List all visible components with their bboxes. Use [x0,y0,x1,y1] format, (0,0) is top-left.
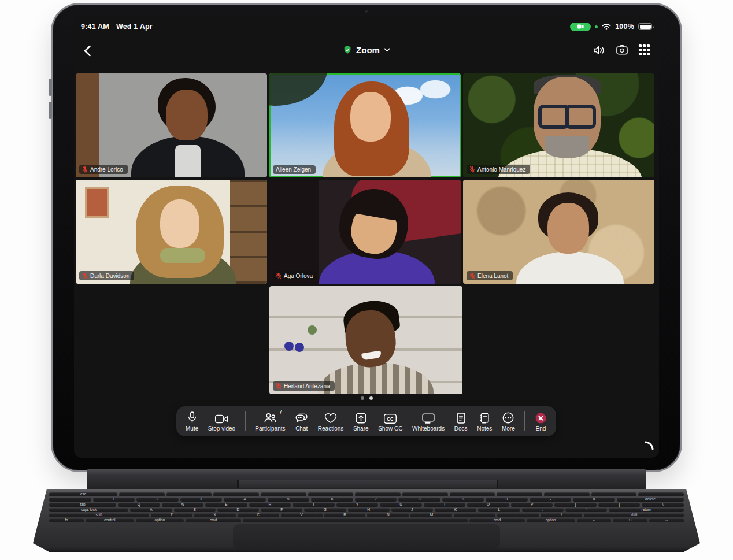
meeting-title-menu[interactable]: Zoom [343,45,390,55]
more-button[interactable]: More [502,411,515,432]
key-1[interactable]: 1 [93,498,135,502]
key-o[interactable]: O [467,503,509,507]
key-~[interactable]: ~ [49,498,91,502]
key-6[interactable]: 6 [311,498,353,502]
key-blank[interactable] [638,492,684,496]
key-d[interactable]: D [217,508,259,512]
key-y[interactable]: Y [336,503,379,507]
key-shift[interactable]: shift [584,513,684,517]
key-blank[interactable] [166,492,212,496]
key-m[interactable]: M [410,513,452,517]
key-/[interactable]: / [541,513,582,517]
key-cmd[interactable]: cmd [186,518,241,522]
participant-tile[interactable]: Elena Lanot [463,180,654,284]
participant-tile[interactable]: Aga Orlova [269,180,461,284]
key-control[interactable]: control [86,518,134,522]
key-s[interactable]: S [174,508,216,512]
key-option[interactable]: option [136,518,184,522]
participants-button[interactable]: 7 Participants [255,411,285,432]
key-blank[interactable] [355,492,401,496]
key-l[interactable]: L [478,508,520,512]
key-f[interactable]: F [261,508,302,512]
key-b[interactable]: B [324,513,366,517]
participant-tile[interactable]: Herland Antezana [269,286,462,394]
key-'[interactable]: ' [565,508,607,512]
stop-video-button[interactable]: Stop video [208,411,235,432]
key-][interactable]: ] [598,503,641,507]
key-blank[interactable] [261,492,306,496]
key-0[interactable]: 0 [486,498,528,502]
key-7[interactable]: 7 [355,498,397,502]
key-shift[interactable]: shift [49,513,149,517]
key-i[interactable]: I [424,503,466,507]
key-caps-lock[interactable]: caps lock [49,508,128,512]
key-blank[interactable] [591,492,637,496]
speaker-icon[interactable] [593,45,605,55]
key-x[interactable]: X [194,513,236,517]
key-q[interactable]: Q [118,503,160,507]
key-blank[interactable] [119,492,165,496]
key-blank[interactable] [402,492,448,496]
key-blank[interactable] [243,518,468,522]
key-\[interactable]: \ [642,503,684,507]
key-blank[interactable] [544,492,590,496]
key-8[interactable]: 8 [398,498,440,502]
participant-tile[interactable]: Aileen Zeigen [269,73,461,177]
key-4[interactable]: 4 [224,498,266,502]
key-option[interactable]: option [527,518,575,522]
key-esc[interactable]: esc [49,492,117,496]
key-u[interactable]: U [380,503,422,507]
trackpad[interactable] [233,524,500,549]
participant-tile[interactable]: Darla Davidson [76,180,267,284]
key-e[interactable]: E [205,503,247,507]
key-g[interactable]: G [304,508,346,512]
key-return[interactable]: return [609,508,684,512]
key-3[interactable]: 3 [180,498,223,502]
key-2[interactable]: 2 [136,498,179,502]
key-r[interactable]: R [249,503,291,507]
show-cc-button[interactable]: CC Show CC [378,411,402,432]
key-t[interactable]: T [293,503,335,507]
key-v[interactable]: V [281,513,323,517]
key-j[interactable]: J [391,508,433,512]
key-a[interactable]: A [130,508,172,512]
volume-up-button[interactable] [49,79,52,96]
key-→[interactable]: → [649,518,684,522]
key-=[interactable]: = [573,498,615,502]
page-dot[interactable] [369,396,373,400]
mute-button[interactable]: Mute [186,411,198,432]
key-5[interactable]: 5 [268,498,310,502]
participant-tile[interactable]: Antonio Manriquez [463,73,654,177]
volume-down-button[interactable] [49,102,52,119]
key-c[interactable]: C [238,513,279,517]
participant-tile[interactable]: Andre Lorico [76,73,267,177]
end-button[interactable]: End [535,411,547,432]
key-k[interactable]: K [435,508,476,512]
docs-button[interactable]: Docs [454,411,468,432]
switch-camera-icon[interactable] [616,44,628,55]
key-delete[interactable]: delete [617,498,684,502]
key-cmd[interactable]: cmd [469,518,525,522]
key--[interactable]: - [530,498,572,502]
apps-grid-icon[interactable] [639,44,650,55]
key-,[interactable]: , [454,513,495,517]
key-;[interactable]: ; [522,508,564,512]
key-fn[interactable]: fn [49,518,84,522]
back-button[interactable] [83,45,91,59]
key-w[interactable]: W [162,503,204,507]
key-h[interactable]: H [348,508,390,512]
key-↑↓[interactable]: ↑↓ [613,518,647,522]
whiteboards-button[interactable]: Whiteboards [412,411,445,432]
key-n[interactable]: N [367,513,409,517]
key-p[interactable]: P [511,503,553,507]
key-blank[interactable] [450,492,495,496]
chat-button[interactable]: Chat [295,411,308,432]
key-blank[interactable] [213,492,259,496]
key-blank[interactable] [497,492,542,496]
key-z[interactable]: Z [151,513,192,517]
key-9[interactable]: 9 [442,498,484,502]
notes-button[interactable]: Notes [477,411,492,432]
key-tab[interactable]: tab [49,503,116,507]
reactions-button[interactable]: Reactions [318,411,343,432]
key-[[interactable]: [ [554,503,597,507]
